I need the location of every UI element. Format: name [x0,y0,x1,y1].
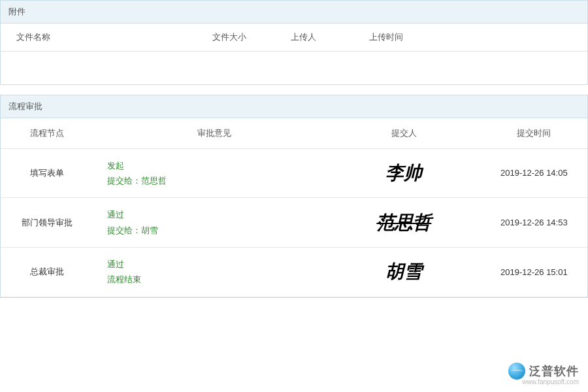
attachments-empty-row [1,52,587,84]
cell-node: 填写表单 [1,148,94,198]
table-row: 填写表单发起提交给：范思哲李帅2019-12-26 14:05 [1,148,587,198]
col-opinion: 审批意见 [94,118,327,149]
brand-url: www.fanpusoft.com [508,378,579,385]
col-submittime: 提交时间 [481,118,587,149]
cell-signature: 范思哲 [327,198,481,248]
cell-time: 2019-12-26 15:01 [481,248,587,297]
signature-text: 胡雪 [385,261,422,282]
footer-logo: 泛普软件 www.fanpusoft.com [508,363,579,385]
col-uploader: 上传人 [275,24,353,52]
attachments-table: 文件名称 文件大小 上传人 上传时间 [1,24,587,84]
opinion-forward: 提交给：胡雪 [107,223,322,238]
signature-text: 李帅 [385,163,422,183]
table-row: 部门领导审批通过提交给：胡雪范思哲2019-12-26 14:53 [1,198,587,248]
signature-text: 范思哲 [376,212,431,233]
col-filename: 文件名称 [1,24,197,52]
attachments-title: 附件 [1,1,587,24]
globe-icon [508,363,525,380]
attachments-panel: 附件 文件名称 文件大小 上传人 上传时间 [0,0,588,85]
col-action-1 [471,24,529,52]
col-uploadtime: 上传时间 [353,24,471,52]
opinion-forward: 流程结束 [107,272,322,287]
opinion-action: 通过 [107,257,322,272]
cell-time: 2019-12-26 14:05 [481,148,587,198]
brand-name: 泛普软件 [529,363,579,379]
col-filesize: 文件大小 [197,24,275,52]
col-submitter: 提交人 [327,118,481,149]
approval-panel: 流程审批 流程节点 审批意见 提交人 提交时间 填写表单发起提交给：范思哲李帅2… [0,95,588,298]
approval-table: 流程节点 审批意见 提交人 提交时间 填写表单发起提交给：范思哲李帅2019-1… [1,118,587,297]
col-node: 流程节点 [1,118,94,149]
cell-signature: 胡雪 [327,248,481,297]
cell-node: 部门领导审批 [1,198,94,248]
table-row: 总裁审批通过流程结束胡雪2019-12-26 15:01 [1,248,587,297]
cell-signature: 李帅 [327,148,481,198]
opinion-action: 通过 [107,207,322,222]
approval-title: 流程审批 [1,95,587,118]
cell-opinion: 通过提交给：胡雪 [94,198,327,248]
cell-opinion: 通过流程结束 [94,248,327,297]
cell-opinion: 发起提交给：范思哲 [94,148,327,198]
col-action-2 [529,24,587,52]
opinion-action: 发起 [107,158,322,173]
cell-time: 2019-12-26 14:53 [481,198,587,248]
cell-node: 总裁审批 [1,248,94,297]
opinion-forward: 提交给：范思哲 [107,173,322,188]
